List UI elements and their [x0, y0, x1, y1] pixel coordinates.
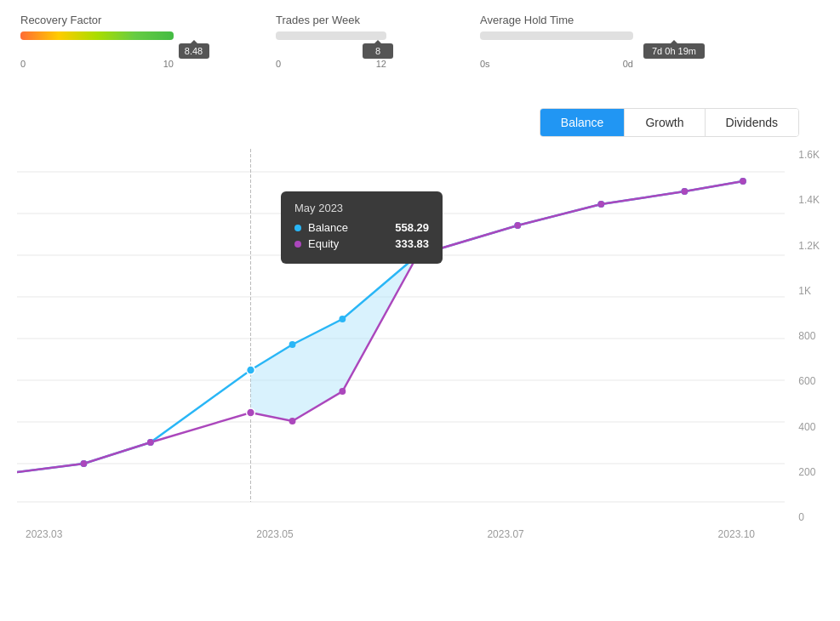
hold-track: [480, 31, 633, 40]
recovery-factor-label: Recovery Factor: [20, 14, 225, 26]
avg-hold-time-metric: Average Hold Time 7d 0h 19m 0s 0d: [480, 14, 684, 69]
recovery-factor-metric: Recovery Factor 8.48 0 10: [20, 14, 225, 69]
equity-dot-active: [247, 408, 255, 417]
chart-tooltip: May 2023 Balance 558.29 Equity 333.83: [281, 191, 443, 264]
tooltip-balance-dot: [294, 225, 301, 231]
trades-per-week-label: Trades per Week: [276, 14, 429, 26]
equity-dot: [514, 222, 521, 229]
balance-dot: [289, 341, 296, 348]
balance-dot: [339, 316, 346, 322]
y-axis-labels: 1.6K 1.4K 1.2K 1K 800 600 400 200 0: [798, 149, 823, 540]
tooltip-balance-label: Balance: [308, 221, 395, 234]
tooltip-title: May 2023: [294, 202, 429, 214]
trades-per-week-slider[interactable]: 8: [276, 31, 429, 40]
tabs-section: Balance Growth Dividends: [0, 101, 820, 140]
recovery-factor-track: [20, 31, 174, 40]
tab-dividends[interactable]: Dividends: [706, 109, 798, 136]
tooltip-balance-value: 558.29: [395, 221, 429, 234]
trades-thumb: 8: [363, 43, 393, 59]
trades-per-week-metric: Trades per Week 8 0 12: [276, 14, 429, 69]
avg-hold-time-slider[interactable]: 7d 0h 19m: [480, 31, 684, 40]
trades-track: [276, 31, 386, 40]
equity-dot: [81, 460, 88, 467]
tooltip-equity-row: Equity 333.83: [294, 237, 429, 250]
hold-thumb: 7d 0h 19m: [643, 43, 705, 59]
equity-dot: [147, 439, 154, 446]
recovery-factor-slider[interactable]: 8.48: [20, 31, 225, 40]
balance-dot-active: [247, 366, 255, 374]
trades-range: 0 12: [276, 59, 386, 69]
top-section: Recovery Factor 8.48 0 10 Trades per Wee…: [0, 0, 840, 76]
tabs-container: Balance Growth Dividends: [540, 108, 799, 137]
recovery-factor-range: 0 10: [20, 59, 174, 69]
tab-growth[interactable]: Growth: [625, 109, 705, 136]
recovery-factor-thumb: 8.48: [179, 43, 209, 59]
equity-dot: [740, 178, 746, 185]
tooltip-balance-row: Balance 558.29: [294, 221, 429, 234]
hold-range: 0s 0d: [480, 59, 633, 69]
tab-balance[interactable]: Balance: [540, 109, 626, 136]
tooltip-equity-value: 333.83: [395, 237, 429, 250]
x-axis-labels: 2023.03 2023.05 2023.07 2023.10: [17, 528, 789, 540]
tooltip-equity-label: Equity: [308, 237, 395, 250]
equity-dot: [289, 418, 296, 424]
avg-hold-time-label: Average Hold Time: [480, 14, 684, 26]
equity-dot: [681, 188, 688, 195]
tooltip-equity-dot: [294, 241, 301, 248]
chart-area: 1.6K 1.4K 1.2K 1K 800 600 400 200 0: [17, 149, 823, 540]
equity-dot: [339, 388, 346, 395]
equity-dot: [597, 201, 604, 208]
